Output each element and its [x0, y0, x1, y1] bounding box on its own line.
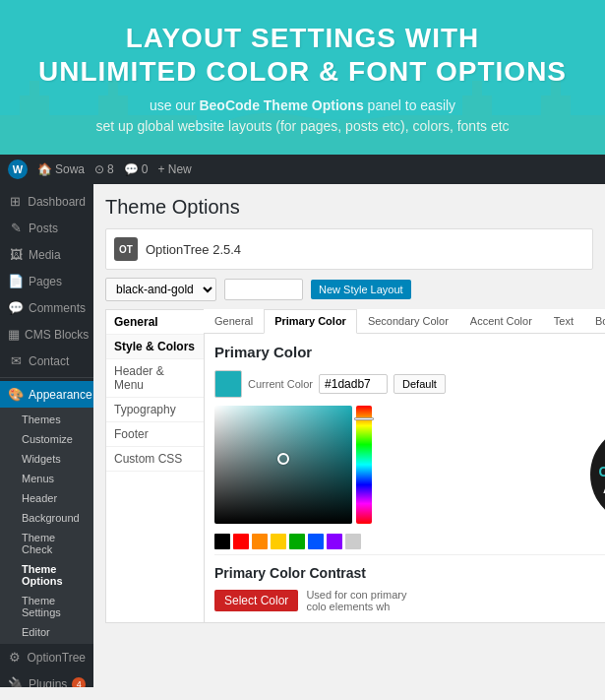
color-contrast-title: Primary Color Contrast — [214, 565, 605, 581]
new-bar[interactable]: + New — [157, 162, 191, 176]
submenu-theme-check[interactable]: Theme Check — [0, 528, 93, 559]
left-nav-header-menu[interactable]: Header & Menu — [106, 359, 204, 398]
comment-icon: 💬 — [124, 162, 139, 176]
cms-icon: ▦ — [8, 327, 20, 342]
ot-logo: OT — [114, 237, 138, 261]
sidebar-item-plugins[interactable]: 🔌 Plugins 4 — [0, 670, 93, 687]
customize-bubble: easily CUSTOMIZE ANYTHING — [590, 425, 605, 524]
gradient-dark — [214, 406, 352, 524]
left-nav-footer[interactable]: Footer — [106, 422, 204, 447]
sidebar-item-contact[interactable]: ✉ Contact — [0, 348, 93, 374]
left-nav-general[interactable]: General — [106, 310, 204, 335]
swatch-yellow[interactable] — [271, 534, 286, 549]
sidebar-item-cms-blocks[interactable]: ▦ CMS Blocks — [0, 321, 93, 348]
sidebar-item-optiontree[interactable]: ⚙ OptionTree — [0, 644, 93, 670]
wp-main-content: Theme Options OT OptionTree 2.5.4 black-… — [93, 184, 605, 687]
submenu-theme-options[interactable]: Theme Options — [0, 559, 93, 591]
tab-accent-color[interactable]: Accent Color — [459, 309, 543, 333]
media-icon: 🖼 — [8, 247, 24, 262]
sidebar-item-appearance[interactable]: 🎨 Appearance — [0, 381, 93, 408]
color-description: Used for con primary colo elements wh — [306, 589, 424, 612]
sidebar-label-pages: Pages — [29, 275, 62, 288]
comments-bar[interactable]: 💬 0 — [124, 162, 149, 176]
new-label: + New — [157, 162, 191, 176]
swatch-black[interactable] — [214, 534, 230, 549]
sidebar-label-posts: Posts — [29, 222, 58, 235]
gradient-bg — [214, 406, 352, 524]
submenu-widgets[interactable]: Widgets — [0, 449, 93, 469]
wp-sidebar: ⊞ Dashboard ✎ Posts 🖼 Media 📄 Pages 💬 Co… — [0, 184, 93, 687]
left-nav: General Style & Colors Header & Menu Typ… — [105, 309, 204, 623]
theme-select[interactable]: black-and-gold — [105, 278, 216, 301]
sidebar-label-media: Media — [29, 248, 61, 262]
swatch-purple[interactable] — [327, 534, 342, 549]
submenu-editor[interactable]: Editor — [0, 622, 93, 642]
controls-row: black-and-gold New Style Layout — [105, 278, 593, 301]
tab-text[interactable]: Text — [543, 309, 584, 333]
new-style-button[interactable]: New Style Layout — [311, 280, 411, 299]
sidebar-item-media[interactable]: 🖼 Media — [0, 241, 93, 268]
submenu-menus[interactable]: Menus — [0, 469, 93, 488]
bubble-customize: CUSTOMIZE — [598, 465, 605, 479]
color-panel: Primary Color Current Color Default — [204, 334, 605, 623]
hue-slider[interactable] — [356, 406, 372, 524]
posts-icon: ✎ — [8, 221, 24, 235]
sidebar-item-comments[interactable]: 💬 Comments — [0, 294, 93, 321]
sidebar-item-dashboard[interactable]: ⊞ Dashboard — [0, 188, 93, 215]
swatch-red[interactable] — [233, 534, 249, 549]
sidebar-label-appearance: Appearance — [29, 388, 92, 402]
swatch-orange[interactable] — [252, 534, 268, 549]
sidebar-item-posts[interactable]: ✎ Posts — [0, 215, 93, 241]
updates-bar[interactable]: ⊙ 8 — [94, 162, 114, 176]
submenu-themes[interactable]: Themes — [0, 410, 93, 429]
optiontree-header: OT OptionTree 2.5.4 — [105, 228, 593, 270]
wp-logo-bar[interactable]: W — [8, 159, 28, 179]
sidebar-item-pages[interactable]: 📄 Pages — [0, 268, 93, 294]
current-color-label: Current Color — [248, 378, 313, 390]
color-picker-container — [214, 406, 372, 549]
current-color-swatch[interactable] — [214, 370, 242, 398]
swatch-gray[interactable] — [345, 534, 361, 549]
wp-admin-layout: ⊞ Dashboard ✎ Posts 🖼 Media 📄 Pages 💬 Co… — [0, 184, 605, 687]
page-title: Theme Options — [105, 196, 593, 219]
pages-icon: 📄 — [8, 274, 24, 288]
tab-general[interactable]: General — [204, 309, 264, 333]
swatch-blue[interactable] — [308, 534, 324, 549]
style-name-input[interactable] — [224, 279, 303, 300]
color-section-title: Primary Color — [214, 344, 605, 360]
appearance-submenu: Themes Customize Widgets Menus Header Ba… — [0, 408, 93, 644]
plugins-badge: 4 — [72, 677, 86, 688]
default-button[interactable]: Default — [393, 374, 446, 394]
appearance-icon: 🎨 — [8, 387, 24, 402]
color-contrast-section: Primary Color Contrast Select Color Used… — [214, 554, 605, 612]
site-name-bar[interactable]: 🏠 Sowa — [37, 162, 85, 176]
select-color-button[interactable]: Select Color — [214, 590, 298, 611]
tab-secondary-color[interactable]: Secondary Color — [357, 309, 459, 333]
submenu-background[interactable]: Background — [0, 508, 93, 528]
sidebar-label-comments: Comments — [29, 301, 86, 315]
left-nav-custom-css[interactable]: Custom CSS — [106, 447, 204, 472]
submenu-customize[interactable]: Customize — [0, 429, 93, 449]
picker-circle[interactable] — [277, 453, 289, 465]
optiontree-icon: ⚙ — [8, 650, 22, 665]
submenu-header[interactable]: Header — [0, 488, 93, 508]
tabs-area: General Primary Color Secondary Color Ac… — [204, 309, 605, 623]
submenu-theme-settings[interactable]: Theme Settings — [0, 591, 93, 622]
ot-version: OptionTree 2.5.4 — [146, 242, 241, 257]
color-hex-input[interactable] — [319, 374, 388, 394]
comments-icon: 💬 — [8, 300, 24, 315]
left-nav-style-colors[interactable]: Style & Colors — [106, 335, 204, 359]
swatch-green[interactable] — [289, 534, 305, 549]
tab-primary-color[interactable]: Primary Color — [264, 309, 357, 334]
wp-admin-bar: W 🏠 Sowa ⊙ 8 💬 0 + New — [0, 155, 605, 184]
left-nav-typography[interactable]: Typography — [106, 398, 204, 422]
color-gradient[interactable] — [214, 406, 352, 524]
site-name: Sowa — [55, 162, 85, 176]
color-swatches — [214, 534, 372, 549]
color-picker-row: Current Color Default — [214, 370, 605, 398]
sidebar-label-optiontree: OptionTree — [27, 651, 86, 665]
wp-logo-mark[interactable]: W — [8, 159, 28, 179]
tab-boxes[interactable]: Boxes — [584, 309, 605, 333]
contact-icon: ✉ — [8, 353, 24, 368]
settings-layout: General Style & Colors Header & Menu Typ… — [105, 309, 593, 623]
